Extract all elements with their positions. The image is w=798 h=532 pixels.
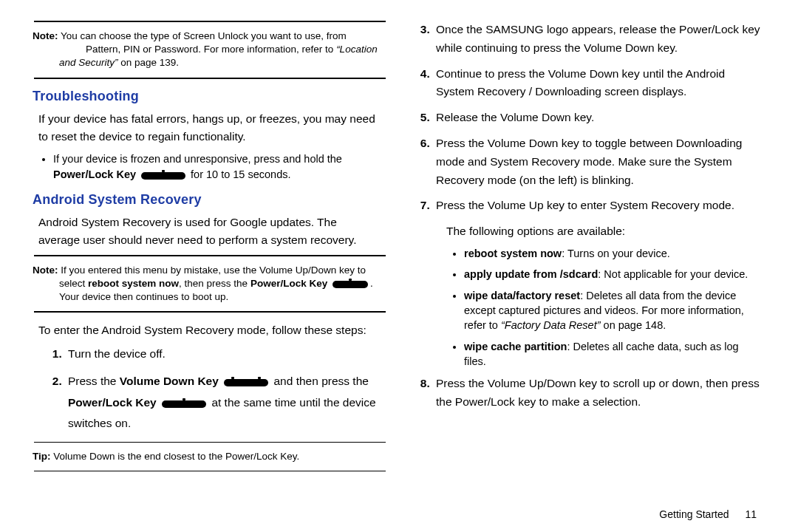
step-1: Turn the device off. (65, 345, 387, 364)
power-lock-key-icon (332, 279, 368, 288)
step-4: Continue to press the Volume Down key un… (433, 65, 765, 102)
heading-troubleshooting: Troubleshooting (33, 86, 387, 107)
page-footer: Getting Started 11 (659, 508, 757, 520)
asr-paragraph: Android System Recovery is used for Goog… (38, 214, 381, 249)
asr-steps-right-top: Once the SAMSUNG logo appears, release t… (418, 21, 765, 215)
asr-steps-right-bottom: Press the Volume Up/Down key to scroll u… (418, 375, 765, 412)
power-lock-key-icon (162, 399, 206, 408)
opt-reboot: reboot system now: Turns on your device. (464, 246, 752, 261)
step-7: Press the Volume Up key to enter System … (433, 197, 765, 215)
step-8: Press the Volume Up/Down key to scroll u… (433, 375, 765, 412)
note-text2: Pattern, PIN or Password. For more infor… (59, 44, 378, 68)
heading-android-system-recovery: Android System Recovery (33, 190, 387, 211)
rule (34, 78, 386, 79)
note-text1: You can choose the type of Screen Unlock… (61, 30, 347, 41)
rule (34, 442, 386, 443)
footer-page-number: 11 (745, 508, 757, 520)
note-label: Note: (33, 30, 58, 41)
troubleshooting-paragraph: If your device has fatal errors, hangs u… (38, 110, 381, 146)
opt-wipe-data: wipe data/factory reset: Deletes all dat… (464, 288, 752, 333)
recovery-options: reboot system now: Turns on your device.… (451, 246, 752, 369)
volume-down-key-icon (224, 378, 268, 386)
left-column: Note: You can choose the type of Screen … (33, 18, 387, 525)
opt-wipe-cache: wipe cache partition: Deletes all cache … (464, 339, 752, 369)
step-2: Press the Volume Down Key and then press… (65, 371, 387, 434)
rule (34, 311, 386, 313)
troubleshooting-bullets: If your device is frozen and unresponsiv… (38, 151, 387, 183)
note-screen-unlock: Note: You can choose the type of Screen … (33, 25, 387, 75)
manual-page: Note: You can choose the type of Screen … (0, 0, 798, 532)
right-column: Once the SAMSUNG logo appears, release t… (405, 18, 765, 525)
options-intro: The following options are available: (446, 222, 765, 240)
opt-apply-update: apply update from /sdcard: Not applicabl… (464, 267, 752, 282)
rule (34, 255, 386, 256)
footer-section: Getting Started (659, 508, 729, 520)
tip-volume-down: Tip: Volume Down is the end closest to t… (33, 446, 387, 468)
note-mistake: Note: If you entered this menu by mistak… (33, 259, 387, 309)
asr-steps-left: Turn the device off. Press the Volume Do… (50, 345, 387, 434)
step-6: Press the Volume Down key to toggle betw… (433, 134, 765, 189)
enter-asr-intro: To enter the Android System Recovery mod… (38, 321, 381, 339)
bullet-frozen-device: If your device is frozen and unresponsiv… (53, 151, 387, 183)
step-3: Once the SAMSUNG logo appears, release t… (433, 21, 765, 58)
rule (34, 21, 386, 22)
rule (34, 471, 386, 471)
power-lock-key-icon (141, 171, 185, 180)
step-5: Release the Volume Down key. (433, 109, 765, 127)
